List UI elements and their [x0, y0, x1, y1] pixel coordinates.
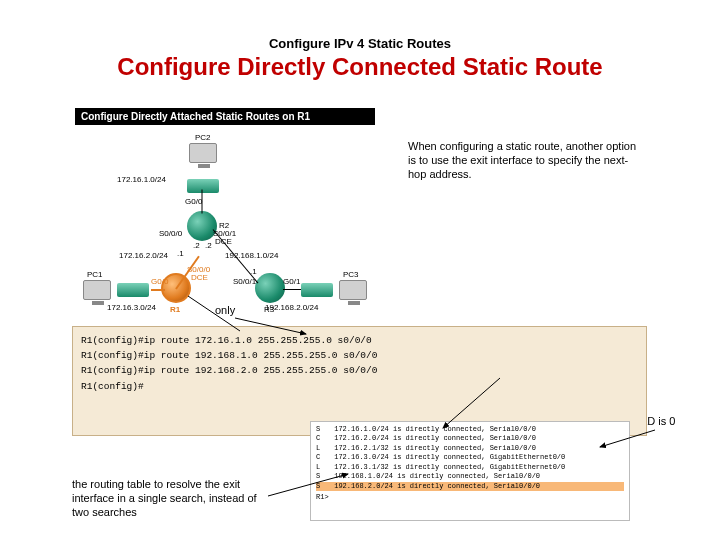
subnet-label: 192.168.1.0/24	[225, 251, 278, 260]
subnet-label: 192.168.2.0/24	[265, 303, 318, 312]
subnet-label: 172.16.1.0/24	[117, 175, 166, 184]
table-row: C172.16.2.0/24 is directly connected, Se…	[316, 434, 624, 443]
table-row: S192.168.1.0/24 is directly connected, S…	[316, 472, 624, 481]
switch-icon	[301, 283, 333, 297]
r1-label: R1	[170, 305, 180, 314]
table-row: L172.16.3.1/32 is directly connected, Gi…	[316, 463, 624, 472]
switch-icon	[117, 283, 149, 297]
iface-label: G0/0	[151, 277, 168, 286]
table-row-highlighted: S192.168.2.0/24 is directly connected, S…	[316, 482, 624, 491]
dot-label: .2	[193, 241, 200, 250]
only-annotation: only	[215, 304, 235, 316]
iface-label: S0/0/1	[233, 277, 256, 286]
link-line	[283, 289, 301, 290]
cli-line: R1(config)#ip route 192.168.1.0 255.255.…	[81, 348, 638, 363]
pc-icon	[189, 143, 217, 163]
pc3-label: PC3	[343, 270, 359, 279]
dot-label: .2	[205, 241, 212, 250]
iface-label: G0/0	[185, 197, 202, 206]
paragraph-resolve: the routing table to resolve the exit in…	[72, 478, 265, 519]
cli-line: R1(config)#	[81, 379, 638, 394]
panel-title: Configure Directly Attached Static Route…	[75, 108, 375, 125]
pc-icon	[339, 280, 367, 300]
page-title: Configure Directly Connected Static Rout…	[0, 53, 720, 81]
iface-label: DCE	[191, 273, 208, 282]
dot-label: .1	[250, 267, 257, 276]
pc-icon	[83, 280, 111, 300]
table-row: S172.16.1.0/24 is directly connected, Se…	[316, 425, 624, 434]
topology-panel: Configure Directly Attached Static Route…	[75, 108, 375, 325]
paragraph-intro: When configuring a static route, another…	[408, 140, 638, 181]
subnet-label: 172.16.3.0/24	[107, 303, 156, 312]
dot-label: .1	[177, 249, 184, 258]
iface-label: G0/1	[283, 277, 300, 286]
pc1-label: PC1	[87, 270, 103, 279]
routing-table: S172.16.1.0/24 is directly connected, Se…	[310, 421, 630, 521]
section-subtitle: Configure IPv 4 Static Routes	[0, 0, 720, 51]
link-line	[151, 289, 165, 291]
switch-icon	[187, 179, 219, 193]
cli-output: R1(config)#ip route 172.16.1.0 255.255.2…	[72, 326, 647, 436]
cli-line: R1(config)#ip route 172.16.1.0 255.255.2…	[81, 333, 638, 348]
table-row: C172.16.3.0/24 is directly connected, Gi…	[316, 453, 624, 462]
router-r3-icon	[255, 273, 285, 303]
table-row: L172.16.2.1/32 is directly connected, Se…	[316, 444, 624, 453]
subnet-label: 172.16.2.0/24	[119, 251, 168, 260]
table-prompt: R1>	[316, 493, 624, 502]
pc2-label: PC2	[195, 133, 211, 142]
iface-label: DCE	[215, 237, 232, 246]
cli-line: R1(config)#ip route 192.168.2.0 255.255.…	[81, 363, 638, 378]
iface-label: S0/0/0	[159, 229, 182, 238]
network-diagram: PC1 PC2 PC3 R1 R2 R3 172.16.3.0/24 172.1…	[75, 125, 375, 325]
